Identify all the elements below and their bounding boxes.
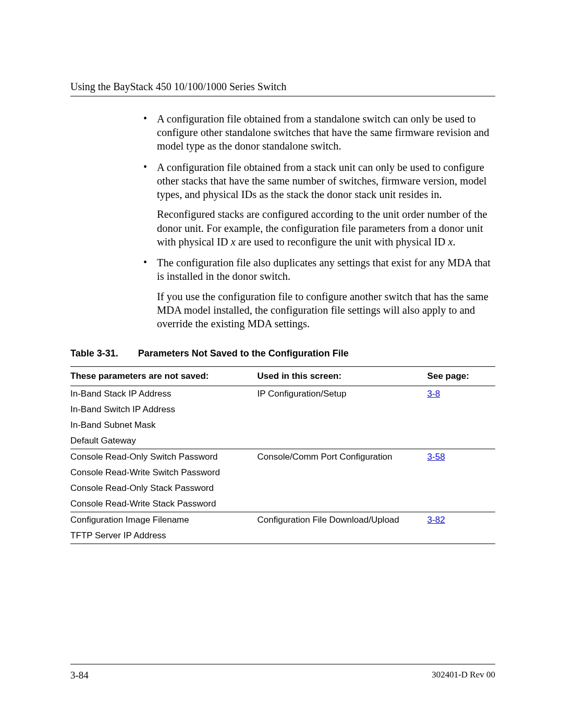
table-cell-page: 3-58	[427, 449, 495, 465]
bullet-text: A configuration file obtained from a sta…	[157, 162, 486, 200]
table-row: Default Gateway	[70, 433, 495, 449]
table-row: Console Read-Write Stack Password	[70, 496, 495, 512]
table-cell-param: Console Read-Only Stack Password	[70, 480, 258, 496]
italic-text: x	[231, 236, 236, 248]
table-cell-page	[427, 433, 495, 449]
table-row: Console Read-Only Switch Password Consol…	[70, 449, 495, 465]
footer-page-number: 3-84	[70, 670, 89, 681]
bullet-extra-paragraph: Reconfigured stacks are configured accor…	[157, 207, 495, 249]
table-cell-page	[427, 417, 495, 433]
table-cell-param: TFTP Server IP Address	[70, 528, 258, 544]
table-cell-page	[427, 465, 495, 480]
table-cell-page	[427, 480, 495, 496]
page-link[interactable]: 3-8	[427, 389, 440, 399]
running-header: Using the BayStack 450 10/100/1000 Serie…	[70, 81, 495, 96]
page-footer: 3-84 302401-D Rev 00	[70, 664, 495, 681]
table-cell-screen	[258, 433, 427, 449]
table-cell-screen	[258, 465, 427, 480]
table-cell-param: Default Gateway	[70, 433, 258, 449]
table-row: Console Read-Only Stack Password	[70, 480, 495, 496]
footer-doc-id: 302401-D Rev 00	[432, 670, 495, 680]
table-cell-screen	[258, 417, 427, 433]
text-run: If you use the configuration file to con…	[157, 291, 488, 329]
table-cell-screen: Console/Comm Port Configuration	[258, 449, 427, 465]
table-cell-param: In-Band Switch IP Address	[70, 402, 258, 417]
page-link[interactable]: 3-82	[427, 515, 445, 525]
text-run: are used to reconfigure the unit with ph…	[236, 236, 448, 248]
bullet-text: The configuration file also duplicates a…	[157, 257, 491, 282]
table-cell-page: 3-8	[427, 386, 495, 402]
table-cell-param: Console Read-Write Switch Password	[70, 465, 258, 480]
table-cell-param: In-Band Subnet Mask	[70, 417, 258, 433]
table-cell-screen	[258, 528, 427, 544]
body-text: A configuration file obtained from a sta…	[143, 112, 495, 330]
table-row: Configuration Image Filename Configurati…	[70, 512, 495, 528]
table-cell-screen: IP Configuration/Setup	[258, 386, 427, 402]
bullet-item: The configuration file also duplicates a…	[143, 256, 495, 330]
table-cell-screen: Configuration File Download/Upload	[258, 512, 427, 528]
table-label: Table 3-31.	[70, 348, 118, 359]
table-cell-screen	[258, 480, 427, 496]
bullet-list: A configuration file obtained from a sta…	[143, 112, 495, 330]
table-cell-param: Configuration Image Filename	[70, 512, 258, 528]
bullet-item: A configuration file obtained from a sta…	[143, 161, 495, 249]
bullet-text: A configuration file obtained from a sta…	[157, 113, 489, 152]
table-cell-page	[427, 496, 495, 512]
text-run: .	[453, 236, 456, 248]
table-cell-param: In-Band Stack IP Address	[70, 386, 258, 402]
table-cell-param: Console Read-Write Stack Password	[70, 496, 258, 512]
table-row: In-Band Stack IP Address IP Configuratio…	[70, 386, 495, 402]
table-header-row: These parameters are not saved: Used in …	[70, 367, 495, 386]
table-cell-page	[427, 528, 495, 544]
table-row: Console Read-Write Switch Password	[70, 465, 495, 480]
table-cell-page: 3-82	[427, 512, 495, 528]
table-row: In-Band Subnet Mask	[70, 417, 495, 433]
table-cell-param: Console Read-Only Switch Password	[70, 449, 258, 465]
table-cell-screen	[258, 496, 427, 512]
table-header-page: See page:	[427, 367, 495, 386]
italic-text: x	[448, 236, 453, 248]
table-caption: Table 3-31.Parameters Not Saved to the C…	[70, 348, 495, 359]
table-title: Parameters Not Saved to the Configuratio…	[138, 348, 349, 359]
bullet-item: A configuration file obtained from a sta…	[143, 112, 495, 153]
table-row: TFTP Server IP Address	[70, 528, 495, 544]
page: Using the BayStack 450 10/100/1000 Serie…	[0, 0, 563, 728]
table-header-screen: Used in this screen:	[258, 367, 427, 386]
table-cell-screen	[258, 402, 427, 417]
bullet-extra-paragraph: If you use the configuration file to con…	[157, 290, 495, 331]
table-row: In-Band Switch IP Address	[70, 402, 495, 417]
params-table: These parameters are not saved: Used in …	[70, 366, 495, 544]
table-cell-page	[427, 402, 495, 417]
page-link[interactable]: 3-58	[427, 452, 445, 462]
table-header-param: These parameters are not saved:	[70, 367, 258, 386]
